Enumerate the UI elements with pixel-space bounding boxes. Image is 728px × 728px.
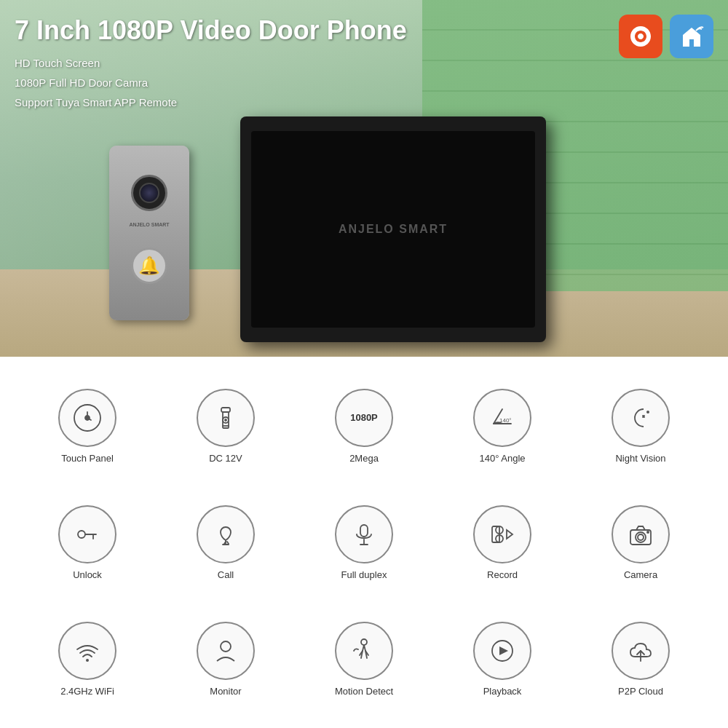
playback-icon xyxy=(473,622,531,680)
feature-cloud: P2P Cloud xyxy=(575,604,706,713)
camera-icon xyxy=(612,505,670,563)
call-icon xyxy=(197,505,255,563)
feature-line-2: 1080P Full HD Door Camra xyxy=(15,73,407,92)
monitor-icon xyxy=(197,622,255,680)
feature-night-vision: Night Vision xyxy=(575,371,706,480)
hero-title: 7 Inch 1080P Video Door Phone xyxy=(15,15,407,46)
feature-line-1: HD Touch Screen xyxy=(15,53,407,73)
wifi-icon xyxy=(58,622,116,680)
svg-point-29 xyxy=(221,641,231,652)
record-label: Record xyxy=(487,569,518,580)
call-label: Call xyxy=(218,569,234,580)
svg-point-25 xyxy=(636,532,646,542)
motion-label: Motion Detect xyxy=(335,686,393,697)
hero-text-block: 7 Inch 1080P Video Door Phone HD Touch S… xyxy=(15,15,407,112)
svg-text:140°: 140° xyxy=(499,417,512,424)
svg-point-28 xyxy=(86,659,89,662)
svg-point-11 xyxy=(646,411,649,414)
full-duplex-icon xyxy=(335,505,393,563)
svg-point-27 xyxy=(646,531,649,534)
tuya-app-icon xyxy=(619,15,662,58)
doorbell-camera xyxy=(131,175,167,211)
touch-panel-label: Touch Panel xyxy=(61,453,114,464)
monitor-label: Monitor xyxy=(210,686,241,697)
hero-features: HD Touch Screen 1080P Full HD Door Camra… xyxy=(15,53,407,112)
feature-dc12v: DC 12V xyxy=(160,371,291,480)
playback-label: Playback xyxy=(483,686,522,697)
svg-marker-32 xyxy=(499,646,508,655)
unlock-label: Unlock xyxy=(73,569,102,580)
2mega-label: 2Mega xyxy=(349,453,379,464)
angle-icon: 140° xyxy=(473,389,531,447)
2mega-icon: 1080P xyxy=(335,389,393,447)
feature-2mega: 1080P 2Mega xyxy=(298,371,430,480)
svg-marker-23 xyxy=(507,530,513,539)
monitor-brand-label: ANJELO SMART xyxy=(339,223,448,236)
feature-camera: Camera xyxy=(575,488,706,597)
motion-icon xyxy=(335,622,393,680)
night-vision-label: Night Vision xyxy=(615,453,665,464)
svg-rect-2 xyxy=(221,408,230,412)
unlock-icon xyxy=(58,505,116,563)
feature-record: Record xyxy=(437,488,568,597)
app-icons xyxy=(619,15,713,58)
feature-monitor: Monitor xyxy=(160,604,291,713)
feature-wifi: 2.4GHz WiFi xyxy=(22,604,153,713)
cloud-label: P2P Cloud xyxy=(618,686,663,697)
features-section: Touch Panel DC 12V 1080P 2Mega xyxy=(0,357,728,728)
svg-point-30 xyxy=(361,639,367,645)
feature-unlock: Unlock xyxy=(22,488,153,597)
feature-call: Call xyxy=(160,488,291,597)
doorbell-bell-button: 🔔 xyxy=(131,248,167,284)
dc12v-icon xyxy=(197,389,255,447)
wifi-label: 2.4GHz WiFi xyxy=(60,686,114,697)
svg-rect-17 xyxy=(360,525,368,537)
feature-playback: Playback xyxy=(437,604,568,713)
night-vision-icon xyxy=(612,389,670,447)
monitor-screen: ANJELO SMART xyxy=(251,131,535,328)
full-duplex-label: Full duplex xyxy=(341,569,387,580)
smart-home-icon xyxy=(670,15,713,58)
doorbell-unit: ANJELO SMART 🔔 xyxy=(109,146,189,320)
svg-point-12 xyxy=(78,531,85,538)
svg-point-26 xyxy=(638,534,644,540)
svg-point-1 xyxy=(85,416,90,420)
feature-motion: Motion Detect xyxy=(298,604,430,713)
record-icon xyxy=(473,505,531,563)
doorbell-brand: ANJELO SMART xyxy=(109,222,189,227)
angle-label: 140° Angle xyxy=(479,453,525,464)
feature-touch-panel: Touch Panel xyxy=(22,371,153,480)
camera-label: Camera xyxy=(624,569,657,580)
hero-section: 7 Inch 1080P Video Door Phone HD Touch S… xyxy=(0,0,728,357)
feature-line-3: Support Tuya Smart APP Remote xyxy=(15,92,407,112)
feature-full-duplex: Full duplex xyxy=(298,488,430,597)
touch-panel-icon xyxy=(58,389,116,447)
cloud-icon xyxy=(612,622,670,680)
dc12v-label: DC 12V xyxy=(209,453,242,464)
monitor-unit: ANJELO SMART xyxy=(240,116,546,342)
feature-angle: 140° 140° Angle xyxy=(437,371,568,480)
